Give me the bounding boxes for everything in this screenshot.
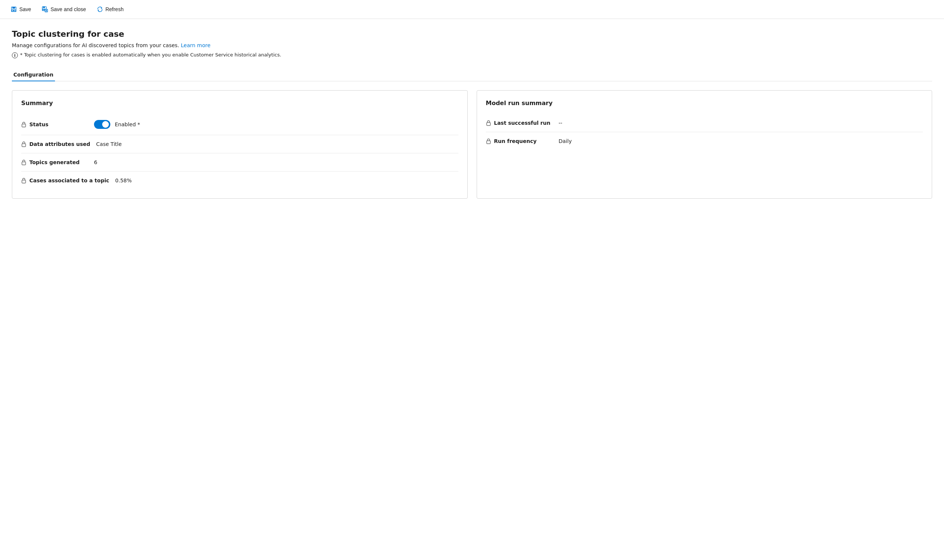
status-lock-icon — [21, 122, 26, 128]
data-attributes-lock-icon — [21, 141, 26, 147]
cases-associated-label: Cases associated to a topic — [21, 177, 109, 183]
data-attributes-value: Case Title — [96, 141, 122, 147]
save-label: Save — [19, 6, 31, 12]
data-attributes-label: Data attributes used — [21, 141, 90, 147]
svg-rect-13 — [22, 162, 26, 165]
save-and-close-label: Save and close — [51, 6, 86, 12]
topics-generated-field-row: Topics generated 6 — [21, 153, 459, 172]
cases-associated-lock-icon — [21, 177, 26, 183]
last-run-label: Last successful run — [486, 120, 553, 126]
learn-more-link[interactable]: Learn more — [181, 42, 211, 48]
data-attributes-field-row: Data attributes used Case Title — [21, 135, 459, 153]
model-run-card: Model run summary Last successful run -- — [477, 90, 932, 198]
page-content: Topic clustering for case Manage configu… — [0, 19, 944, 209]
svg-rect-3 — [13, 10, 15, 11]
page-title: Topic clustering for case — [12, 29, 932, 38]
status-toggle-label: Enabled * — [115, 122, 140, 128]
svg-rect-11 — [22, 124, 26, 127]
save-button[interactable]: Save — [6, 4, 35, 15]
save-and-close-button[interactable]: Save and close — [37, 4, 91, 15]
save-and-close-icon — [42, 6, 48, 12]
svg-rect-12 — [22, 144, 26, 147]
refresh-label: Refresh — [106, 6, 124, 12]
summary-card: Summary Status — [12, 90, 468, 198]
run-frequency-field-row: Run frequency Daily — [486, 132, 923, 150]
last-run-value: -- — [559, 120, 562, 126]
topics-generated-value: 6 — [94, 159, 97, 165]
refresh-icon — [97, 6, 103, 12]
run-frequency-value: Daily — [559, 138, 572, 144]
description-text: Manage configurations for AI discovered … — [12, 42, 179, 48]
run-frequency-lock-icon — [486, 138, 491, 144]
status-label: Status — [21, 122, 88, 128]
status-toggle[interactable] — [94, 120, 110, 129]
last-run-lock-icon — [486, 120, 491, 126]
svg-rect-5 — [43, 7, 45, 8]
tab-configuration-label: Configuration — [13, 72, 54, 78]
save-icon — [11, 6, 17, 12]
svg-rect-14 — [22, 180, 26, 183]
run-frequency-label: Run frequency — [486, 138, 553, 144]
info-note-text: * Topic clustering for cases is enabled … — [20, 52, 281, 58]
svg-rect-1 — [12, 7, 15, 9]
svg-rect-7 — [43, 9, 45, 10]
cards-container: Summary Status — [12, 90, 932, 198]
page-description: Manage configurations for AI discovered … — [12, 42, 932, 48]
refresh-button[interactable]: Refresh — [92, 4, 128, 15]
status-field-row: Status Enabled * — [21, 114, 459, 135]
info-icon: i — [12, 52, 18, 58]
toolbar: Save Save and close Refresh — [0, 0, 944, 19]
tab-configuration[interactable]: Configuration — [12, 69, 55, 82]
last-run-field-row: Last successful run -- — [486, 114, 923, 132]
topics-generated-label: Topics generated — [21, 159, 88, 165]
cases-associated-field-row: Cases associated to a topic 0.58% — [21, 172, 459, 189]
info-note: i * Topic clustering for cases is enable… — [12, 52, 932, 58]
svg-rect-15 — [487, 123, 490, 126]
status-toggle-container: Enabled * — [94, 120, 140, 129]
svg-rect-16 — [487, 141, 490, 144]
model-run-card-title: Model run summary — [486, 100, 923, 106]
tabs-container: Configuration — [12, 69, 932, 82]
cases-associated-value: 0.58% — [115, 177, 131, 183]
summary-card-title: Summary — [21, 100, 459, 106]
topics-generated-lock-icon — [21, 159, 26, 165]
